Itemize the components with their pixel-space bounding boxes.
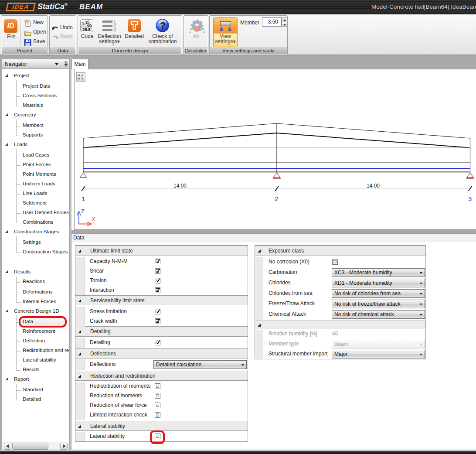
- svg-text:X: X: [92, 216, 95, 222]
- svg-text:1: 1: [82, 195, 85, 202]
- svg-text:Z: Z: [81, 208, 85, 215]
- svg-text:14.00: 14.00: [173, 183, 187, 189]
- svg-text:3: 3: [468, 195, 472, 202]
- svg-text:2: 2: [275, 195, 278, 202]
- svg-text:14.00: 14.00: [367, 183, 380, 189]
